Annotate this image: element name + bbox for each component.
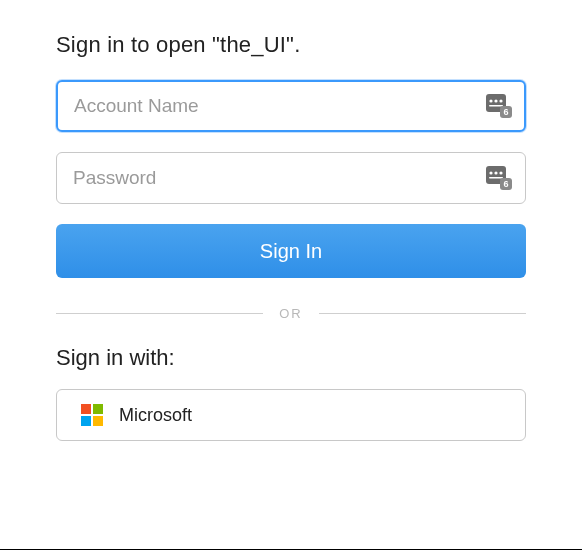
sso-provider-label: Microsoft [119,405,192,426]
divider-line-right [319,313,526,314]
divider-label: OR [263,306,319,321]
sso-microsoft-button[interactable]: Microsoft [56,389,526,441]
account-field-wrap: 6 [56,80,526,132]
divider-or: OR [56,306,526,321]
password-field-wrap: 6 [56,152,526,204]
microsoft-logo-icon [81,404,103,426]
signin-title: Sign in to open "the_UI". [56,32,526,58]
sso-heading: Sign in with: [56,345,526,371]
divider-line-left [56,313,263,314]
password-input[interactable] [56,152,526,204]
signin-button[interactable]: Sign In [56,224,526,278]
account-name-input[interactable] [56,80,526,132]
